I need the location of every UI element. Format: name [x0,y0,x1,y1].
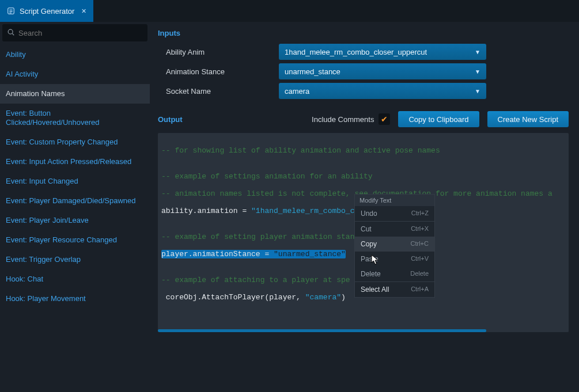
dropdown-socket-name[interactable]: camera ▼ [279,83,486,99]
inputs-title: Inputs [158,29,569,37]
close-icon[interactable]: × [81,6,86,16]
code-comment: -- for showing list of ability animation… [161,146,440,155]
code-comment: -- example of attaching to a player at s… [161,276,350,284]
sidebar-item[interactable]: Event: Trigger Overlap [0,250,150,269]
sidebar-item[interactable]: Event: Input Action Pressed/Released [0,152,150,172]
code-text: coreObj.AttachToPlayer(player, [161,293,305,302]
code-selection: player.animationStance = "unarmed_stance… [161,250,346,258]
sidebar-item[interactable]: Event: Input Changed [0,172,150,191]
sidebar-item[interactable]: Hook: Chat [0,269,150,289]
input-row: Animation Stance unarmed_stance ▼ [158,62,569,81]
create-new-script-button[interactable]: Create New Script [487,111,569,127]
code-comment: -- example of settings animation for an … [161,172,373,181]
context-menu-select-all[interactable]: Select All Ctrl+A [355,282,434,297]
input-row: Socket Name camera ▼ [158,81,569,101]
dropdown-value: camera [285,87,309,96]
context-menu-label: Cut [361,225,372,233]
search-box[interactable] [2,24,147,41]
sidebar-item[interactable]: Animation Names [0,84,150,104]
context-menu-shortcut: Ctrl+Z [411,210,429,218]
svg-line-2 [12,33,14,35]
tab-bar: Script Generator × [0,0,579,22]
sidebar-item[interactable]: AI Activity [0,64,150,84]
sidebar: Ability AI Activity Animation Names Even… [0,22,150,392]
context-menu-cut[interactable]: Cut Ctrl+X [355,222,434,237]
context-menu-undo[interactable]: Undo Ctrl+Z [355,206,434,221]
code-text: ability.animation = [161,207,251,215]
code-text: ) [341,293,346,302]
sidebar-item[interactable]: Hook: Player Movement [0,289,150,309]
context-menu-label: Copy [361,240,377,248]
inputs-section: Inputs Ability Anim 1hand_melee_rm_combo… [158,29,569,101]
context-menu-label: Undo [361,210,377,218]
tab-script-generator[interactable]: Script Generator × [0,0,93,22]
context-menu-label: Paste [361,255,379,263]
scrollbar-thumb[interactable] [158,329,486,332]
check-icon: ✔ [381,115,388,124]
sidebar-item[interactable]: Event: Custom Property Changed [0,132,150,152]
sidebar-item[interactable]: Event: Player Join/Leave [0,211,150,230]
context-menu-shortcut: Ctrl+X [411,225,429,233]
chevron-down-icon: ▼ [475,68,480,75]
context-menu-delete[interactable]: Delete Delete [355,267,434,281]
context-menu-header: Modify Text [355,195,434,206]
output-title: Output [158,115,183,124]
context-menu-shortcut: Ctrl+A [411,286,429,294]
dropdown-value: unarmed_stance [285,67,340,76]
sidebar-item[interactable]: Event: Player Damaged/Died/Spawned [0,191,150,211]
script-icon [7,7,15,15]
scrollbar-horizontal[interactable] [158,329,569,332]
dropdown-ability-anim[interactable]: 1hand_melee_rm_combo_closer_uppercut ▼ [279,44,486,60]
output-bar: Output Include Comments ✔ Copy to Clipbo… [158,111,569,127]
include-comments-label: Include Comments [312,115,374,124]
input-row: Ability Anim 1hand_melee_rm_combo_closer… [158,42,569,62]
context-menu: Modify Text Undo Ctrl+Z Cut Ctrl+X Copy … [354,194,435,298]
context-menu-shortcut: Ctrl+C [411,240,429,248]
copy-to-clipboard-button[interactable]: Copy to Clipboard [398,111,479,127]
sidebar-list: Ability AI Activity Animation Names Even… [0,44,150,309]
chevron-down-icon: ▼ [475,88,480,94]
context-menu-label: Delete [361,270,381,278]
input-label: Animation Stance [158,67,279,76]
input-label: Socket Name [158,87,279,96]
include-comments-checkbox[interactable]: ✔ [379,113,390,125]
context-menu-shortcut: Ctrl+V [411,255,429,263]
include-comments-row: Include Comments ✔ [312,113,390,125]
context-menu-shortcut: Delete [410,270,429,278]
context-menu-paste[interactable]: Paste Ctrl+V [355,252,434,267]
context-menu-label: Select All [361,286,389,294]
tab-title: Script Generator [20,7,74,16]
sidebar-item[interactable]: Ability [0,45,150,64]
dropdown-animation-stance[interactable]: unarmed_stance ▼ [279,63,486,79]
context-menu-copy[interactable]: Copy Ctrl+C [355,237,434,252]
chevron-down-icon: ▼ [475,49,480,55]
search-icon [7,28,15,38]
search-input[interactable] [18,29,143,37]
code-string: "camera" [305,293,341,302]
input-label: Ability Anim [158,48,279,56]
sidebar-item[interactable]: Event: Player Resource Changed [0,230,150,250]
code-comment: -- example of setting player animation s… [161,233,364,241]
svg-point-1 [8,29,13,34]
sidebar-item[interactable]: Event: Button Clicked/Hovered/Unhovered [0,104,150,132]
dropdown-value: 1hand_melee_rm_combo_closer_uppercut [285,48,427,56]
